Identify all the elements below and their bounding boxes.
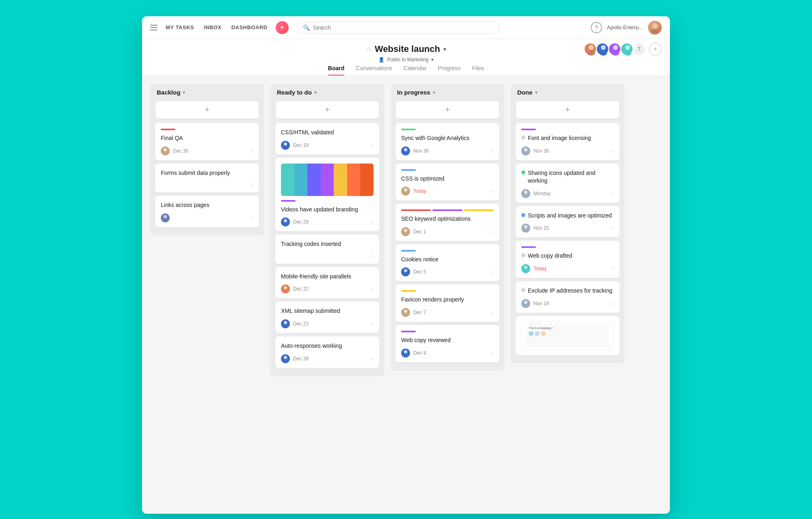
menu-button[interactable] <box>150 25 158 30</box>
nav-right: ? Apollo Enterp... <box>591 21 662 34</box>
card-title: Scripts and images are optimized <box>521 212 614 220</box>
card-chevron[interactable]: › <box>251 215 253 221</box>
card-date: Dec 1 <box>413 229 426 235</box>
card-chevron[interactable]: › <box>492 350 494 356</box>
card-chevron[interactable]: › <box>251 181 253 187</box>
card-date: Dec 7 <box>413 310 426 315</box>
ready-add-card[interactable]: + <box>275 101 379 119</box>
svg-point-9 <box>624 51 631 56</box>
card-chevron[interactable]: › <box>371 321 374 327</box>
svg-point-7 <box>612 51 619 56</box>
title-dropdown-icon[interactable]: ▾ <box>443 46 446 52</box>
card-tracking: Tracking codes inserted › <box>275 235 379 264</box>
card-avatar <box>521 264 530 273</box>
help-button[interactable]: ? <box>591 22 602 33</box>
priority-bar <box>401 331 416 332</box>
svg-point-10 <box>164 148 167 151</box>
card-title: CSS/HTML validated <box>281 129 374 137</box>
inprogress-add-card[interactable]: + <box>395 101 499 119</box>
svg-point-40 <box>524 225 527 228</box>
done-title: Done <box>517 89 533 96</box>
bar-seg <box>464 209 494 211</box>
tab-board[interactable]: Board <box>328 65 344 75</box>
done-add-card[interactable]: + <box>516 101 620 119</box>
done-dropdown[interactable]: ▾ <box>535 90 538 95</box>
svg-point-34 <box>404 350 407 353</box>
card-avatar <box>281 354 290 363</box>
add-team-btn[interactable]: + <box>649 43 662 56</box>
card-webcopy-drafted: Web copy drafted Today › <box>516 241 620 278</box>
card-exclude-ip: Exclude IP addresses for tracking Nov 18… <box>516 281 620 313</box>
dashboard-link[interactable]: DASHBOARD <box>231 24 268 30</box>
column-backlog: Backlog ▾ + Final QA Dec 30 › Forms subm… <box>150 84 264 235</box>
card-chevron[interactable]: › <box>251 148 253 154</box>
bar-seg <box>432 209 462 211</box>
card-chevron[interactable]: › <box>612 265 614 272</box>
card-chevron[interactable]: › <box>612 190 614 197</box>
card-chevron[interactable]: › <box>612 148 614 154</box>
svg-point-23 <box>283 360 288 363</box>
card-chevron[interactable]: › <box>371 142 374 149</box>
tab-calendar[interactable]: Calendar <box>404 65 427 75</box>
user-avatar[interactable] <box>648 21 662 34</box>
tab-files[interactable]: Files <box>472 65 484 75</box>
card-chevron[interactable]: › <box>371 286 374 292</box>
top-nav: MY TASKS INBOX DASHBOARD + 🔍 ? Apollo En… <box>142 16 670 39</box>
tab-conversations[interactable]: Conversations <box>356 65 392 75</box>
svg-point-35 <box>403 354 408 357</box>
priority-bar <box>401 290 416 292</box>
star-icon[interactable]: ☆ <box>366 45 371 53</box>
search-input[interactable] <box>313 24 494 31</box>
card-title: Videos have updated branding <box>281 206 374 214</box>
card-avatar <box>401 146 410 155</box>
card-favicon: Favicon renders properly Dec 7 › <box>395 284 499 322</box>
card-title: XML sitemap submitted <box>281 307 374 315</box>
card-chevron[interactable]: › <box>492 228 494 235</box>
card-chevron[interactable]: › <box>371 219 374 225</box>
card-chevron[interactable]: › <box>612 225 614 231</box>
svg-point-36 <box>524 148 527 151</box>
card-analytics: Sync with Google Analytics Nov 30 › <box>395 123 499 160</box>
ready-title: Ready to do <box>277 89 312 96</box>
inbox-link[interactable]: INBOX <box>204 24 222 30</box>
visibility-icon: 👤 <box>378 57 384 62</box>
inprogress-dropdown[interactable]: ▾ <box>433 90 435 95</box>
card-footer: Today › <box>401 187 494 196</box>
card-title: Links across pages <box>161 201 253 209</box>
my-tasks-link[interactable]: MY TASKS <box>166 24 194 30</box>
card-chevron[interactable]: › <box>371 252 374 259</box>
tab-progress[interactable]: Progress <box>438 65 461 75</box>
add-button[interactable]: + <box>276 21 289 34</box>
status-dot <box>521 213 525 217</box>
card-chevron[interactable]: › <box>371 355 374 362</box>
card-date: Dec 29 <box>293 219 309 225</box>
backlog-dropdown[interactable]: ▾ <box>183 90 185 95</box>
card-chevron[interactable]: › <box>492 309 494 316</box>
thumb-avatar <box>541 331 546 336</box>
svg-point-33 <box>403 314 408 317</box>
card-links: Links across pages › <box>155 196 259 227</box>
team-avatar-1 <box>584 43 597 56</box>
card-title: Font and image licensing <box>521 134 614 142</box>
team-count-btn[interactable]: 7 <box>633 43 646 56</box>
ready-dropdown[interactable]: ▾ <box>314 90 317 95</box>
card-avatar <box>281 284 290 293</box>
card-title: Web copy drafted <box>521 252 614 260</box>
thumb-inner: This is a heading 2 <box>526 324 609 348</box>
card-date: Nov 30 <box>533 148 549 154</box>
team-avatars: 7 + <box>586 43 662 56</box>
card-title: Final QA <box>161 134 253 142</box>
card-chevron[interactable]: › <box>612 300 614 307</box>
card-date: Dec 22 <box>293 286 309 292</box>
visibility-dropdown[interactable]: ▾ <box>431 57 434 62</box>
backlog-add-card[interactable]: + <box>155 101 259 119</box>
bar-seg <box>401 209 431 211</box>
svg-point-20 <box>284 321 287 324</box>
card-chevron[interactable]: › <box>492 188 494 194</box>
multi-bar <box>401 209 494 211</box>
card-chevron[interactable]: › <box>492 148 494 154</box>
search-bar[interactable]: 🔍 <box>297 22 500 34</box>
card-sharing-icons: Sharing icons updated and working Monday… <box>516 164 620 203</box>
project-title-row: ☆ Website launch ▾ 7 + <box>150 44 662 54</box>
card-chevron[interactable]: › <box>492 269 494 275</box>
